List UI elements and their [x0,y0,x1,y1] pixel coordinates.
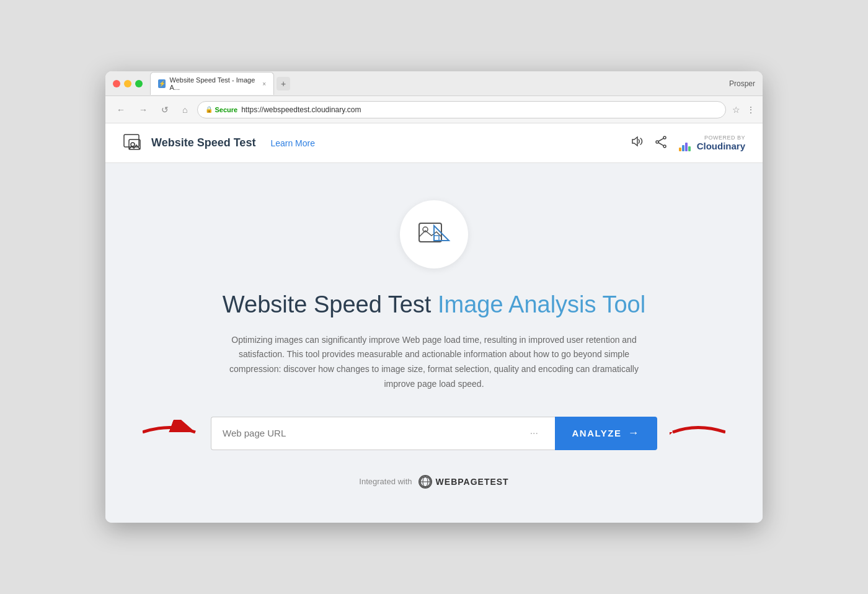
minimize-button[interactable] [124,80,131,87]
traffic-lights [113,80,143,87]
logo-icon [123,132,145,154]
svg-line-6 [658,138,663,141]
svg-rect-10 [685,143,688,151]
svg-point-3 [663,136,666,139]
cloudinary-logo: Powered By Cloudinary [679,135,745,151]
active-tab[interactable]: ⚡ Website Speed Test - Image A... × [150,72,274,95]
megaphone-icon[interactable] [631,135,644,151]
url-input[interactable] [211,417,555,450]
svg-rect-12 [419,223,441,242]
browser-window: ⚡ Website Speed Test - Image A... × + Pr… [105,71,763,523]
svg-rect-9 [682,145,684,151]
analyze-arrow-icon: → [628,427,640,440]
search-row: ··· ANALYZE → [211,417,657,450]
share-icon[interactable] [655,136,668,151]
close-button[interactable] [113,80,120,87]
site-header: Website Speed Test Learn More [105,123,763,163]
site-logo: Website Speed Test Learn More [123,132,315,154]
address-input-wrap: Secure https://webspeedtest.cloudinary.c… [197,101,726,118]
webpagetest-logo: WEBPAGETEST [418,475,509,489]
maximize-button[interactable] [135,80,143,87]
bookmark-icon[interactable]: ☆ [732,105,740,115]
header-right: Powered By Cloudinary [631,135,745,151]
learn-more-link[interactable]: Learn More [270,138,315,148]
svg-line-7 [658,143,663,146]
svg-rect-11 [688,146,691,151]
site-title: Website Speed Test [151,136,255,149]
hero-title-part1: Website Speed Test [223,291,438,317]
hero-title-part2: Image Analysis Tool [438,291,645,317]
svg-point-5 [656,141,658,143]
back-button[interactable]: ← [113,102,129,117]
tab-area: ⚡ Website Speed Test - Image A... × + [150,72,729,95]
hero-title: Website Speed Test Image Analysis Tool [223,291,645,319]
title-bar: ⚡ Website Speed Test - Image A... × + Pr… [105,71,763,96]
right-arrow-indicator [670,420,725,447]
integrated-row: Integrated with WEBPAGETEST [359,475,508,489]
left-arrow-indicator [143,420,198,447]
svg-rect-8 [679,148,681,151]
hero-description: Optimizing images can significantly impr… [217,333,651,392]
menu-icon[interactable]: ⋮ [746,105,755,115]
profile-name: Prosper [729,79,755,88]
hero-icon [400,200,468,268]
home-button[interactable]: ⌂ [179,102,191,117]
webpagetest-label: WEBPAGETEST [436,477,509,487]
svg-point-4 [663,145,666,148]
refresh-button[interactable]: ↺ [157,102,172,117]
analyze-label: ANALYZE [572,428,622,438]
address-url: https://webspeedtest.cloudinary.com [241,105,718,114]
secure-badge: Secure [205,106,237,113]
forward-button[interactable]: → [135,102,151,117]
analyze-button[interactable]: ANALYZE → [555,417,657,450]
webpagetest-icon [418,475,432,489]
address-bar: ← → ↺ ⌂ Secure https://webspeedtest.clou… [105,96,763,123]
tab-close-button[interactable]: × [262,81,266,87]
svg-rect-16 [434,236,439,241]
cloudinary-brand: Cloudinary [679,141,745,151]
integrated-label: Integrated with [359,477,412,486]
tab-title: Website Speed Test - Image A... [169,76,256,91]
main-content: Website Speed Test Image Analysis Tool O… [105,163,763,523]
new-tab-button[interactable]: + [277,77,290,91]
tab-favicon: ⚡ [158,79,166,88]
address-actions: ☆ ⋮ [732,105,755,115]
powered-by-label: Powered By [704,135,745,141]
